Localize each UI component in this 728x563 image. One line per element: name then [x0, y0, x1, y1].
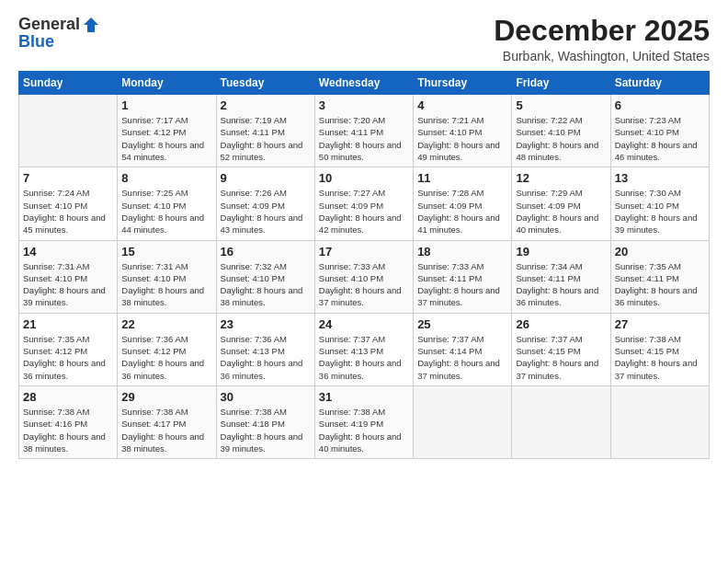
calendar-cell: 17 Sunrise: 7:33 AMSunset: 4:10 PMDaylig…: [314, 240, 413, 313]
calendar-cell: 11 Sunrise: 7:28 AMSunset: 4:09 PMDaylig…: [414, 167, 512, 240]
calendar-cell: 19 Sunrise: 7:34 AMSunset: 4:11 PMDaylig…: [512, 240, 610, 313]
day-number: 31: [319, 390, 409, 404]
col-saturday: Saturday: [610, 72, 709, 95]
day-info: Sunrise: 7:36 AMSunset: 4:12 PMDaylight:…: [121, 334, 204, 381]
svg-marker-0: [84, 17, 98, 32]
calendar-week-5: 28 Sunrise: 7:38 AMSunset: 4:16 PMDaylig…: [19, 385, 710, 458]
calendar-cell: 29 Sunrise: 7:38 AMSunset: 4:17 PMDaylig…: [118, 385, 216, 458]
day-number: 4: [417, 98, 507, 112]
day-number: 24: [319, 317, 409, 331]
calendar-table: Sunday Monday Tuesday Wednesday Thursday…: [18, 71, 710, 459]
calendar-cell: 12 Sunrise: 7:29 AMSunset: 4:09 PMDaylig…: [512, 167, 610, 240]
calendar-week-3: 14 Sunrise: 7:31 AMSunset: 4:10 PMDaylig…: [19, 240, 710, 313]
day-info: Sunrise: 7:22 AMSunset: 4:10 PMDaylight:…: [516, 115, 598, 162]
day-info: Sunrise: 7:38 AMSunset: 4:15 PMDaylight:…: [615, 334, 698, 381]
calendar-cell: 13 Sunrise: 7:30 AMSunset: 4:10 PMDaylig…: [610, 167, 709, 240]
day-number: 30: [221, 390, 311, 404]
calendar-cell: 23 Sunrise: 7:36 AMSunset: 4:13 PMDaylig…: [216, 313, 314, 385]
day-number: 3: [319, 98, 409, 112]
day-info: Sunrise: 7:36 AMSunset: 4:13 PMDaylight:…: [221, 334, 303, 381]
day-info: Sunrise: 7:17 AMSunset: 4:12 PMDaylight:…: [121, 115, 204, 162]
header: General Blue December 2025 Burbank, Wash…: [18, 15, 710, 63]
day-number: 1: [121, 98, 211, 112]
calendar-cell: 2 Sunrise: 7:19 AMSunset: 4:11 PMDayligh…: [216, 95, 314, 167]
page: General Blue December 2025 Burbank, Wash…: [0, 0, 728, 563]
calendar-cell: 7 Sunrise: 7:24 AMSunset: 4:10 PMDayligh…: [19, 167, 118, 240]
calendar-cell: 14 Sunrise: 7:31 AMSunset: 4:10 PMDaylig…: [19, 240, 118, 313]
calendar-cell: 16 Sunrise: 7:32 AMSunset: 4:10 PMDaylig…: [216, 240, 314, 313]
month-title: December 2025: [494, 15, 710, 47]
day-number: 5: [516, 98, 606, 112]
day-info: Sunrise: 7:32 AMSunset: 4:10 PMDaylight:…: [221, 261, 303, 308]
col-sunday: Sunday: [19, 72, 118, 95]
day-number: 26: [516, 317, 606, 331]
calendar-cell: [414, 385, 512, 458]
logo-icon: [82, 16, 100, 34]
day-info: Sunrise: 7:38 AMSunset: 4:18 PMDaylight:…: [221, 407, 303, 454]
calendar-cell: 21 Sunrise: 7:35 AMSunset: 4:12 PMDaylig…: [19, 313, 118, 385]
logo: General Blue: [18, 15, 100, 52]
day-number: 17: [319, 245, 409, 259]
calendar-cell: 3 Sunrise: 7:20 AMSunset: 4:11 PMDayligh…: [314, 95, 413, 167]
day-number: 7: [23, 171, 113, 185]
calendar-cell: 9 Sunrise: 7:26 AMSunset: 4:09 PMDayligh…: [216, 167, 314, 240]
header-row: Sunday Monday Tuesday Wednesday Thursday…: [19, 72, 710, 95]
day-info: Sunrise: 7:30 AMSunset: 4:10 PMDaylight:…: [615, 188, 698, 235]
day-info: Sunrise: 7:20 AMSunset: 4:11 PMDaylight:…: [319, 115, 402, 162]
calendar-cell: 28 Sunrise: 7:38 AMSunset: 4:16 PMDaylig…: [19, 385, 118, 458]
day-number: 19: [516, 245, 606, 259]
day-number: 25: [417, 317, 507, 331]
day-info: Sunrise: 7:23 AMSunset: 4:10 PMDaylight:…: [615, 115, 698, 162]
calendar-cell: 31 Sunrise: 7:38 AMSunset: 4:19 PMDaylig…: [314, 385, 413, 458]
day-info: Sunrise: 7:26 AMSunset: 4:09 PMDaylight:…: [221, 188, 303, 235]
day-number: 14: [23, 245, 113, 259]
logo-general: General: [18, 15, 80, 34]
day-info: Sunrise: 7:21 AMSunset: 4:10 PMDaylight:…: [417, 115, 500, 162]
calendar-cell: 4 Sunrise: 7:21 AMSunset: 4:10 PMDayligh…: [414, 95, 512, 167]
day-info: Sunrise: 7:19 AMSunset: 4:11 PMDaylight:…: [221, 115, 303, 162]
day-info: Sunrise: 7:29 AMSunset: 4:09 PMDaylight:…: [516, 188, 598, 235]
day-number: 16: [221, 245, 311, 259]
col-wednesday: Wednesday: [314, 72, 413, 95]
calendar-cell: 15 Sunrise: 7:31 AMSunset: 4:10 PMDaylig…: [118, 240, 216, 313]
day-number: 20: [615, 245, 705, 259]
day-number: 28: [23, 390, 113, 404]
day-number: 23: [221, 317, 311, 331]
calendar-cell: [512, 385, 610, 458]
day-number: 21: [23, 317, 113, 331]
day-number: 8: [121, 171, 211, 185]
day-number: 6: [615, 98, 705, 112]
col-thursday: Thursday: [414, 72, 512, 95]
day-info: Sunrise: 7:25 AMSunset: 4:10 PMDaylight:…: [121, 188, 204, 235]
col-friday: Friday: [512, 72, 610, 95]
day-info: Sunrise: 7:38 AMSunset: 4:19 PMDaylight:…: [319, 407, 402, 454]
day-number: 13: [615, 171, 705, 185]
day-info: Sunrise: 7:35 AMSunset: 4:11 PMDaylight:…: [615, 261, 698, 308]
calendar-cell: [610, 385, 709, 458]
day-number: 15: [121, 245, 211, 259]
calendar-cell: 8 Sunrise: 7:25 AMSunset: 4:10 PMDayligh…: [118, 167, 216, 240]
col-tuesday: Tuesday: [216, 72, 314, 95]
calendar-week-2: 7 Sunrise: 7:24 AMSunset: 4:10 PMDayligh…: [19, 167, 710, 240]
day-number: 9: [221, 171, 311, 185]
day-info: Sunrise: 7:35 AMSunset: 4:12 PMDaylight:…: [23, 334, 106, 381]
calendar-week-1: 1 Sunrise: 7:17 AMSunset: 4:12 PMDayligh…: [19, 95, 710, 167]
calendar-cell: [19, 95, 118, 167]
title-block: December 2025 Burbank, Washington, Unite…: [494, 15, 710, 63]
calendar-cell: 5 Sunrise: 7:22 AMSunset: 4:10 PMDayligh…: [512, 95, 610, 167]
day-number: 18: [417, 245, 507, 259]
day-number: 27: [615, 317, 705, 331]
calendar-cell: 10 Sunrise: 7:27 AMSunset: 4:09 PMDaylig…: [314, 167, 413, 240]
day-number: 12: [516, 171, 606, 185]
day-info: Sunrise: 7:31 AMSunset: 4:10 PMDaylight:…: [121, 261, 204, 308]
day-info: Sunrise: 7:31 AMSunset: 4:10 PMDaylight:…: [23, 261, 106, 308]
col-monday: Monday: [118, 72, 216, 95]
day-info: Sunrise: 7:28 AMSunset: 4:09 PMDaylight:…: [417, 188, 500, 235]
calendar-cell: 30 Sunrise: 7:38 AMSunset: 4:18 PMDaylig…: [216, 385, 314, 458]
day-number: 11: [417, 171, 507, 185]
day-info: Sunrise: 7:27 AMSunset: 4:09 PMDaylight:…: [319, 188, 402, 235]
calendar-cell: 18 Sunrise: 7:33 AMSunset: 4:11 PMDaylig…: [414, 240, 512, 313]
day-info: Sunrise: 7:38 AMSunset: 4:17 PMDaylight:…: [121, 407, 204, 454]
calendar-cell: 1 Sunrise: 7:17 AMSunset: 4:12 PMDayligh…: [118, 95, 216, 167]
day-info: Sunrise: 7:37 AMSunset: 4:14 PMDaylight:…: [417, 334, 500, 381]
